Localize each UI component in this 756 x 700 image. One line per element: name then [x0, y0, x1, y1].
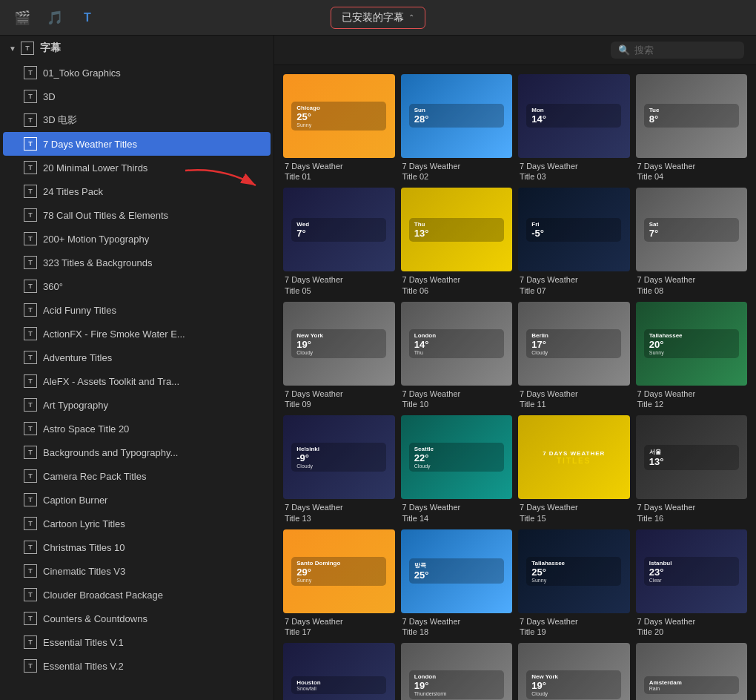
sidebar-item-20-minimal-lower-thi[interactable]: T20 Minimal Lower Thirds	[3, 156, 271, 179]
expand-arrow-icon: ▼	[9, 44, 16, 53]
item-type-icon: T	[24, 659, 37, 673]
installed-subtitles-dropdown[interactable]: 已安装的字幕 ⌃	[331, 7, 425, 29]
grid-item-20[interactable]: Istanbul 23° Clear 7 Days Weather Title …	[636, 529, 748, 637]
sidebar-item-7-days-weather-title[interactable]: T7 Days Weather Titles	[3, 132, 271, 156]
grid-item-22[interactable]: London 19° Thunderstorm 灵感中国lingganchina…	[401, 643, 513, 700]
item-type-icon: T	[24, 280, 37, 293]
sidebar-item-essential-titles-v.2[interactable]: TEssential Titles V.2	[3, 654, 271, 678]
sidebar-item-label: 78 Call Out Titles & Elements	[43, 210, 168, 221]
grid-item-23[interactable]: New York 19° Cloudy 灵感中国lingganchina.com…	[518, 643, 630, 700]
grid-item-07[interactable]: Fri -5° 7 Days Weather Title 07	[518, 188, 630, 295]
thumbnail-12: Tallahassee 20° Sunny	[636, 302, 748, 386]
item-type-icon: T	[24, 564, 37, 578]
thumbnail-01: Chicago 25° Sunny	[283, 74, 395, 158]
sidebar-item-alefx---assets-toolk[interactable]: TAleFX - Assets Toolkit and Tra...	[3, 369, 271, 393]
grid-item-19[interactable]: Tallahassee 25° Sunny 7 Days Weather Tit…	[518, 529, 630, 637]
sidebar-item-art-typography[interactable]: TArt Typography	[3, 393, 271, 417]
item-type-icon: T	[24, 517, 37, 530]
sidebar-item-christmas-titles-10[interactable]: TChristmas Titles 10	[3, 535, 271, 559]
sidebar-item-caption-burner[interactable]: TCaption Burner	[3, 488, 271, 512]
thumbnail-10: London 14° Thu	[401, 302, 513, 386]
item-type-icon: T	[24, 469, 37, 483]
grid-item-21[interactable]: Houston Snowfall 灵感中国lingganchina.com 7 …	[283, 643, 395, 700]
sidebar-item-3d[interactable]: T3D	[3, 85, 271, 108]
grid-item-09[interactable]: New York 19° Cloudy 7 Days Weather Title…	[283, 302, 395, 409]
thumbnail-15: 7 DAYS WEATHER TITLES	[518, 415, 630, 499]
grid-item-title-05: 7 Days Weather Title 05	[283, 274, 395, 296]
sidebar-item-360°[interactable]: T360°	[3, 274, 271, 298]
thumbnail-05: Wed 7°	[283, 188, 395, 271]
grid-item-title-02: 7 Days Weather Title 02	[401, 161, 513, 182]
grid-item-title-14: 7 Days Weather Title 14	[401, 502, 513, 524]
grid-item-18[interactable]: 방콕 25° 7 Days Weather Title 18	[401, 529, 513, 637]
sidebar-item-323-titles-&-backgro[interactable]: T323 Titles & Backgrounds	[3, 251, 271, 274]
thumbnail-19: Tallahassee 25° Sunny	[518, 529, 630, 613]
sidebar-item-01_toko-graphics[interactable]: T01_Toko Graphics	[3, 61, 271, 85]
thumbnail-02: Sun 28°	[401, 74, 513, 158]
sidebar-item-clouder-broadcast-pa[interactable]: TClouder Broadcast Package	[3, 583, 271, 607]
search-input[interactable]	[634, 44, 737, 56]
sidebar-item-counters-&-countdown[interactable]: TCounters & Countdowns	[3, 607, 271, 630]
grid-item-10[interactable]: London 14° Thu 7 Days Weather Title 10	[401, 302, 513, 409]
thumbnail-23: New York 19° Cloudy 灵感中国lingganchina.com	[518, 643, 630, 700]
thumbnail-22: London 19° Thunderstorm 灵感中国lingganchina…	[401, 643, 513, 700]
sidebar-item-backgrounds-and-typo[interactable]: TBackgrounds and Typography...	[3, 440, 271, 464]
sidebar-item-label: Counters & Countdowns	[43, 613, 147, 624]
sidebar-item-cinematic-titles-v3[interactable]: TCinematic Titles V3	[3, 559, 271, 583]
grid-item-title-12: 7 Days Weather Title 12	[636, 389, 748, 410]
grid-item-title-09: 7 Days Weather Title 09	[283, 389, 395, 410]
grid-item-title-19: 7 Days Weather Title 19	[518, 616, 630, 638]
search-bar: 🔍	[274, 36, 756, 65]
sidebar-item-acid-funny-titles[interactable]: TAcid Funny Titles	[3, 298, 271, 322]
grid-item-08[interactable]: Sat 7° 7 Days Weather Title 08	[636, 188, 748, 295]
grid-item-14[interactable]: Seattle 22° Cloudy 7 Days Weather Title …	[401, 415, 513, 523]
music-icon[interactable]: 🎵	[44, 7, 65, 28]
grid-item-11[interactable]: Berlin 17° Cloudy 7 Days Weather Title 1…	[518, 302, 630, 409]
grid-item-12[interactable]: Tallahassee 20° Sunny 7 Days Weather Tit…	[636, 302, 748, 409]
grid-item-01[interactable]: Chicago 25° Sunny 7 Days Weather Title 0…	[283, 74, 395, 182]
grid-item-05[interactable]: Wed 7° 7 Days Weather Title 05	[283, 188, 395, 295]
sidebar-item-camera-rec-pack-titl[interactable]: TCamera Rec Pack Titles	[3, 464, 271, 488]
chevron-down-icon: ⌃	[408, 13, 414, 22]
sidebar-item-essential-titles-v.1[interactable]: TEssential Titles V.1	[3, 630, 271, 654]
sidebar-item-cartoon-lyric-titles[interactable]: TCartoon Lyric Titles	[3, 512, 271, 535]
grid-item-title-04: 7 Days Weather Title 04	[636, 161, 748, 182]
film-icon[interactable]: 🎬	[12, 7, 33, 28]
thumbnail-14: Seattle 22° Cloudy	[401, 415, 513, 499]
sidebar-item-label: Art Typography	[43, 400, 108, 411]
grid-item-24[interactable]: Amsterdam Rain 灵感中国lingganchina.com 7 Da…	[636, 643, 748, 700]
sidebar-item-78-call-out-titles-&[interactable]: T78 Call Out Titles & Elements	[3, 203, 271, 227]
category-label: 字幕	[40, 42, 61, 55]
thumbnail-09: New York 19° Cloudy	[283, 302, 395, 386]
sidebar-item-label: 360°	[43, 281, 63, 292]
grid-item-15[interactable]: 7 DAYS WEATHER TITLES 7 Days Weather Tit…	[518, 415, 630, 523]
grid-item-17[interactable]: Santo Domingo 29° Sunny 7 Days Weather T…	[283, 529, 395, 637]
grid-item-16[interactable]: 서울 13° 7 Days Weather Title 16	[636, 415, 748, 523]
sidebar-item-astro-space-title-20[interactable]: TAstro Space Title 20	[3, 417, 271, 440]
grid-item-13[interactable]: Helsinki -9° Cloudy 7 Days Weather Title…	[283, 415, 395, 523]
toolbar: 🎬 🎵 T 已安装的字幕 ⌃	[0, 0, 756, 36]
grid-item-title-16: 7 Days Weather Title 16	[636, 502, 748, 524]
sidebar-item-adventure-titles[interactable]: TAdventure Titles	[3, 346, 271, 369]
content-area: 🔍 Chicago 25° Sunny 7 Days Weather Title…	[274, 36, 756, 700]
titles-icon[interactable]: T	[77, 7, 98, 28]
item-type-icon: T	[24, 232, 37, 245]
grid-item-06[interactable]: Thu 13° 7 Days Weather Title 06	[401, 188, 513, 295]
thumbnail-03: Mon 14°	[518, 74, 630, 158]
sidebar-item-label: Cinematic Titles V3	[43, 566, 125, 577]
grid-item-03[interactable]: Mon 14° 7 Days Weather Title 03	[518, 74, 630, 182]
grid-item-04[interactable]: Tue 8° 7 Days Weather Title 04	[636, 74, 748, 182]
item-type-icon: T	[24, 303, 37, 317]
sidebar-item-label: 01_Toko Graphics	[43, 67, 121, 79]
sidebar-item-label: Adventure Titles	[43, 352, 112, 363]
sidebar-item-24-titles-pack[interactable]: T24 Titles Pack	[3, 179, 271, 203]
sidebar-item-label: 3D	[43, 91, 56, 102]
sidebar-item-label: Caption Burner	[43, 495, 107, 506]
grid-item-02[interactable]: Sun 28° 7 Days Weather Title 02	[401, 74, 513, 182]
grid-item-title-18: 7 Days Weather Title 18	[401, 616, 513, 638]
sidebar-item-200+-motion-typograp[interactable]: T200+ Motion Typography	[3, 227, 271, 251]
item-type-icon: T	[24, 493, 37, 506]
sidebar-item-3d-电影[interactable]: T3D 电影	[3, 108, 271, 132]
sidebar-item-actionfx---fire-smok[interactable]: TActionFX - Fire Smoke Water E...	[3, 322, 271, 346]
sidebar-category-subtitles[interactable]: ▼ T 字幕	[0, 36, 273, 61]
